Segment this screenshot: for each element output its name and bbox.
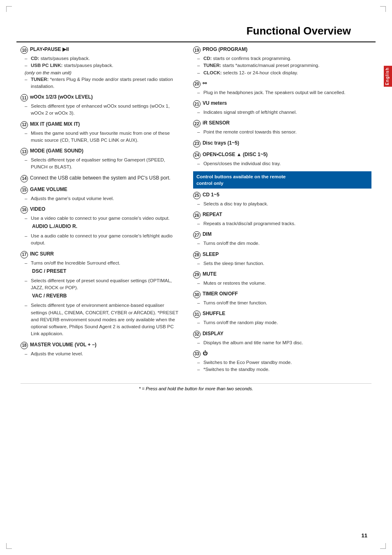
list-item: Selects different type of equaliser sett… bbox=[25, 157, 181, 171]
list-item: Turns on/off the timer function. bbox=[197, 299, 371, 306]
item-26: 26 REPEAT Repeats a track/disc/all progr… bbox=[193, 212, 371, 227]
item-17-sub2-title: VAC / REVERB bbox=[32, 293, 67, 299]
list-item: Mixes the game sound with your favourite… bbox=[25, 130, 181, 144]
item-title-15: GAME VOLUME bbox=[30, 187, 67, 192]
item-num-21: 21 bbox=[193, 100, 201, 108]
item-13-bullets: Selects different type of equaliser sett… bbox=[25, 157, 181, 171]
item-13-header: 13 MODE (GAME SOUND) bbox=[21, 148, 181, 155]
item-num-22: 22 bbox=[193, 120, 201, 127]
item-16-sub-title: AUDIO L./AUDIO R. bbox=[32, 223, 77, 229]
item-title-30: TIMER ON/OFF bbox=[203, 291, 238, 297]
item-num-18: 18 bbox=[21, 342, 28, 349]
content-area: 10 PLAY•PAUSE ▶II CD: starts/pauses play… bbox=[0, 42, 392, 381]
item-title-21: VU meters bbox=[203, 100, 227, 106]
item-29: 29 MUTE Mutes or restores the volume. bbox=[193, 271, 371, 287]
corner-tick-bl bbox=[6, 543, 12, 549]
item-15-bullets: Adjusts the game's output volume level. bbox=[25, 195, 181, 202]
remote-control-notice-line1: Control buttons available on the remote bbox=[196, 174, 286, 179]
item-17-bullets: Turns on/off the Incredible Surround eff… bbox=[25, 260, 181, 267]
corner-tick-tl bbox=[6, 6, 12, 12]
item-16: 16 VIDEO Use a video cable to connect to… bbox=[21, 206, 181, 247]
item-19-header: 19 PROG (PROGRAM) bbox=[193, 46, 371, 54]
item-33: 33 ⏻ Switches to the Eco Power standby m… bbox=[193, 350, 371, 373]
item-14: 14 Connect the USB cable between the sys… bbox=[21, 175, 181, 182]
item-title-20: ⚯ bbox=[203, 81, 207, 86]
item-num-23: 23 bbox=[193, 140, 201, 147]
item-15: 15 GAME VOLUME Adjusts the game's output… bbox=[21, 187, 181, 202]
list-item: Indicates signal strength of left/right … bbox=[197, 109, 371, 116]
item-19-bullets: CD: starts or confirms track programming… bbox=[197, 55, 371, 76]
item-24: 24 OPEN•CLOSE ▲ (DISC 1~5) Opens/closes … bbox=[193, 152, 371, 167]
list-item: Turns on/off the Incredible Surround eff… bbox=[25, 260, 181, 267]
item-16-bullets: Use a video cable to connect to your gam… bbox=[25, 215, 181, 222]
item-12: 12 MIX IT (GAME MIX IT) Mixes the game s… bbox=[21, 121, 181, 144]
page-title: Functional Overview bbox=[247, 25, 351, 37]
item-20-header: 20 ⚯ bbox=[193, 81, 371, 88]
item-30-header: 30 TIMER ON/OFF bbox=[193, 291, 371, 298]
list-item: Sets the sleep timer function. bbox=[197, 260, 371, 267]
item-title-24: OPEN•CLOSE ▲ (DISC 1~5) bbox=[203, 152, 267, 157]
item-21: 21 VU meters Indicates signal strength o… bbox=[193, 100, 371, 116]
remote-control-notice-line2: control only bbox=[196, 181, 224, 186]
item-title-14: Connect the USB cable between the system… bbox=[30, 175, 171, 181]
item-29-header: 29 MUTE bbox=[193, 271, 371, 279]
item-28: 28 SLEEP Sets the sleep timer function. bbox=[193, 251, 371, 267]
item-17-sub1-title: DSC / PRESET bbox=[32, 268, 66, 274]
item-title-17: INC SURR bbox=[30, 251, 54, 257]
item-23-header: 23 Disc trays (1~5) bbox=[193, 140, 371, 147]
item-12-bullets: Mixes the game sound with your favourite… bbox=[25, 130, 181, 144]
list-item: Selects different type of enhanced wOOx … bbox=[25, 103, 181, 117]
list-item: Opens/closes the individual disc tray. bbox=[197, 160, 371, 167]
list-item: Selects a disc tray to playback. bbox=[197, 200, 371, 207]
corner-tick-br bbox=[380, 543, 386, 549]
left-column: 10 PLAY•PAUSE ▶II CD: starts/pauses play… bbox=[21, 46, 189, 377]
item-num-29: 29 bbox=[193, 271, 201, 279]
list-item: CLOCK: selects 12- or 24-hour clock disp… bbox=[197, 69, 371, 76]
item-22: 22 iR SENSOR Point the remote control to… bbox=[193, 120, 371, 136]
item-title-12: MIX IT (GAME MIX IT) bbox=[30, 121, 80, 127]
item-17-sub2-bullets: Selects different type of environment am… bbox=[25, 302, 181, 337]
item-title-31: SHUFFLE bbox=[203, 311, 225, 316]
item-20: 20 ⚯ Plug in the headphones jack. The sp… bbox=[193, 81, 371, 96]
item-25-header: 25 CD 1~5 bbox=[193, 192, 371, 199]
item-11-header: 11 wOOx 1/2/3 (wOOx LEVEL) bbox=[21, 94, 181, 101]
list-item: Plug in the headphones jack. The speaker… bbox=[197, 89, 371, 96]
page-number: 11 bbox=[362, 532, 367, 539]
item-32-bullets: Displays the album and title name for MP… bbox=[197, 339, 371, 346]
item-31-header: 31 SHUFFLE bbox=[193, 311, 371, 318]
item-26-header: 26 REPEAT bbox=[193, 212, 371, 219]
item-17-header: 17 INC SURR bbox=[21, 251, 181, 258]
remote-control-notice: Control buttons available on the remote … bbox=[193, 171, 371, 189]
item-title-33: ⏻ bbox=[203, 350, 208, 356]
item-30-bullets: Turns on/off the timer function. bbox=[197, 299, 371, 306]
list-item: TUNER: *enters Plug & Play mode and/or s… bbox=[25, 76, 181, 90]
list-item: Selects different type of preset sound e… bbox=[25, 277, 181, 292]
item-26-bullets: Repeats a track/disc/all programmed trac… bbox=[197, 220, 371, 227]
item-17: 17 INC SURR Turns on/off the Incredible … bbox=[21, 251, 181, 338]
item-22-header: 22 iR SENSOR bbox=[193, 120, 371, 127]
item-24-bullets: Opens/closes the individual disc tray. bbox=[197, 160, 371, 167]
item-32: 32 DISPLAY Displays the album and title … bbox=[193, 331, 371, 346]
item-21-header: 21 VU meters bbox=[193, 100, 371, 108]
list-item: Use a audio cable to connect to your gam… bbox=[25, 233, 181, 247]
corner-tick-tr bbox=[380, 6, 386, 12]
item-num-26: 26 bbox=[193, 212, 201, 219]
item-17-sub2: VAC / REVERB bbox=[32, 293, 181, 299]
item-num-27: 27 bbox=[193, 231, 201, 239]
item-29-bullets: Mutes or restores the volume. bbox=[197, 280, 371, 287]
item-title-25: CD 1~5 bbox=[203, 192, 219, 198]
item-19: 19 PROG (PROGRAM) CD: starts or confirms… bbox=[193, 46, 371, 76]
list-item: CD: starts or confirms track programming… bbox=[197, 55, 371, 62]
item-title-10: PLAY•PAUSE ▶II bbox=[30, 46, 69, 52]
item-27: 27 DIM Turns on/off the dim mode. bbox=[193, 231, 371, 247]
item-11-bullets: Selects different type of enhanced wOOx … bbox=[25, 103, 181, 117]
item-title-19: PROG (PROGRAM) bbox=[203, 46, 247, 52]
item-title-16: VIDEO bbox=[30, 206, 45, 212]
item-31: 31 SHUFFLE Turns on/off the random play … bbox=[193, 311, 371, 326]
item-num-15: 15 bbox=[21, 187, 28, 194]
item-num-32: 32 bbox=[193, 331, 201, 338]
item-32-header: 32 DISPLAY bbox=[193, 331, 371, 338]
list-item: Point the remote control towards this se… bbox=[197, 129, 371, 136]
item-18-header: 18 MASTER VOLUME (VOL + −) bbox=[21, 342, 181, 349]
item-num-17: 17 bbox=[21, 251, 28, 258]
